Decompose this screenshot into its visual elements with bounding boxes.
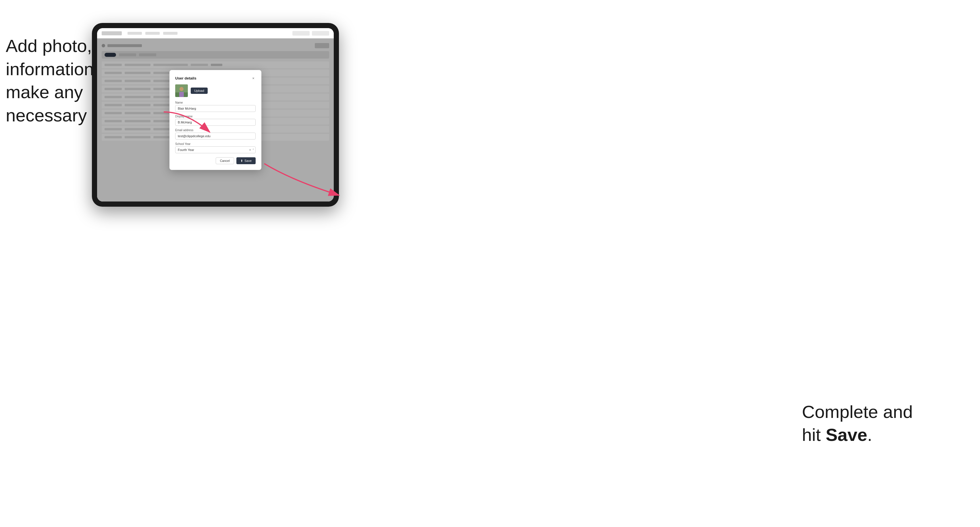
modal-header: User details × xyxy=(175,76,256,80)
save-icon: ⬆ xyxy=(240,159,243,163)
select-clear-button[interactable]: × xyxy=(249,148,251,152)
cancel-button[interactable]: Cancel xyxy=(216,157,234,164)
header-btn-2 xyxy=(312,31,329,36)
app-nav xyxy=(127,32,178,35)
annotation-right-line1: Complete and xyxy=(802,402,913,422)
svg-rect-3 xyxy=(179,92,184,97)
school-year-select-wrapper: × ⌃ xyxy=(175,146,256,153)
email-label: Email address xyxy=(175,129,256,132)
select-controls: × ⌃ xyxy=(249,148,255,152)
upload-photo-button[interactable]: Upload xyxy=(191,87,208,94)
app-header-right xyxy=(293,31,329,36)
modal-overlay: User details × xyxy=(97,38,334,202)
page-content: User details × xyxy=(97,38,334,202)
select-dropdown-icon[interactable]: ⌃ xyxy=(252,148,255,151)
nav-item-2 xyxy=(145,32,160,35)
modal-close-button[interactable]: × xyxy=(251,76,256,80)
annotation-right-end: . xyxy=(867,425,872,444)
annotation-right: Complete and hit Save. xyxy=(802,400,963,447)
tablet-screen: User details × xyxy=(97,28,334,202)
name-field-group: Name xyxy=(175,101,256,112)
display-name-input[interactable] xyxy=(175,119,256,126)
avatar-image xyxy=(175,84,188,97)
nav-item-3 xyxy=(163,32,178,35)
display-name-label: Display name xyxy=(175,115,256,118)
display-name-field-group: Display name xyxy=(175,115,256,126)
school-year-label: School Year xyxy=(175,142,256,146)
name-label: Name xyxy=(175,101,256,104)
tablet-device: User details × xyxy=(92,23,339,207)
app-logo xyxy=(102,31,122,35)
save-label: Save xyxy=(244,159,251,162)
modal-footer: Cancel ⬆ Save xyxy=(175,157,256,164)
app-header xyxy=(97,28,334,38)
annotation-right-bold: Save xyxy=(826,425,867,444)
annotation-left-line3: make any xyxy=(6,82,83,102)
photo-section: Upload xyxy=(175,84,256,97)
save-button[interactable]: ⬆ Save xyxy=(236,157,256,164)
school-year-field-group: School Year × ⌃ xyxy=(175,142,256,153)
school-year-input[interactable] xyxy=(175,146,256,153)
svg-point-2 xyxy=(180,87,183,91)
header-btn-1 xyxy=(293,31,310,36)
email-field-group: Email address xyxy=(175,129,256,140)
modal-title: User details xyxy=(175,76,196,80)
nav-item-1 xyxy=(127,32,142,35)
avatar-preview xyxy=(175,84,188,97)
email-input[interactable] xyxy=(175,133,256,140)
user-details-modal: User details × xyxy=(169,70,261,170)
name-input[interactable] xyxy=(175,105,256,112)
annotation-right-line2: hit xyxy=(802,425,826,444)
